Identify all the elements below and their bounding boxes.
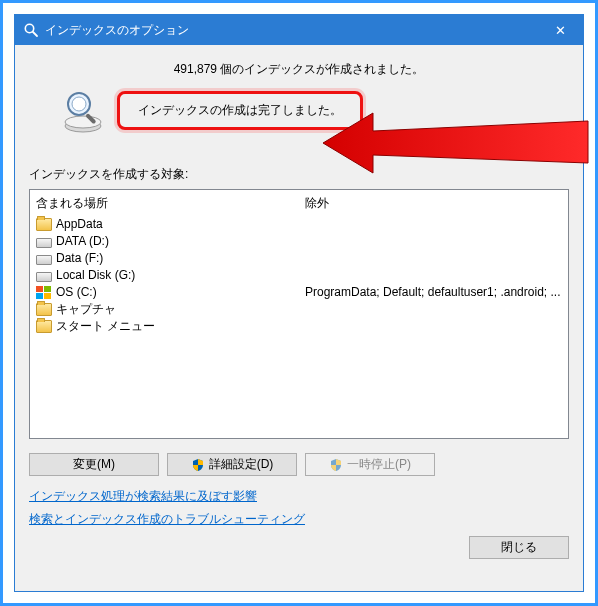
shield-icon	[329, 458, 343, 472]
close-button[interactable]: 閉じる	[469, 536, 569, 559]
drive-icon	[36, 272, 52, 282]
svg-rect-11	[44, 293, 51, 299]
status-row: インデックスの作成は完了しました。	[29, 86, 569, 134]
completion-text: インデックスの作成は完了しました。	[138, 103, 342, 117]
folder-icon	[36, 218, 52, 231]
svg-point-3	[65, 116, 101, 128]
svg-rect-10	[36, 293, 43, 299]
list-item-label: キャプチャ	[56, 301, 116, 318]
locations-listbox[interactable]: 含まれる場所 AppData DATA (D:) Data (F:) Local…	[29, 189, 569, 439]
excluded-cell	[305, 267, 562, 284]
window-title: インデックスのオプション	[45, 22, 538, 39]
svg-line-1	[33, 32, 37, 36]
help-link-impact[interactable]: インデックス処理が検索結果に及ぼす影響	[29, 488, 257, 505]
list-item-label: スタート メニュー	[56, 318, 155, 335]
shield-icon	[191, 458, 205, 472]
svg-rect-8	[36, 286, 43, 292]
list-item-label: OS (C:)	[56, 284, 97, 301]
excluded-cell	[305, 250, 562, 267]
help-link-troubleshoot[interactable]: 検索とインデックス作成のトラブルシューティング	[29, 511, 305, 528]
list-item[interactable]: スタート メニュー	[36, 318, 293, 335]
outer-highlight-frame: インデックスのオプション ✕ 491,879 個のインデックスが作成されました。	[0, 0, 598, 606]
close-icon: ✕	[555, 23, 566, 38]
window-close-button[interactable]: ✕	[538, 15, 583, 45]
list-item[interactable]: キャプチャ	[36, 301, 293, 318]
titlebar: インデックスのオプション ✕	[15, 15, 583, 45]
list-item-label: AppData	[56, 216, 103, 233]
help-link-label: 検索とインデックス作成のトラブルシューティング	[29, 512, 305, 526]
excluded-cell	[305, 216, 562, 233]
list-item-label: DATA (D:)	[56, 233, 109, 250]
list-item-label: Data (F:)	[56, 250, 103, 267]
list-item[interactable]: DATA (D:)	[36, 233, 293, 250]
modify-button[interactable]: 変更(M)	[29, 453, 159, 476]
index-count-text: 491,879 個のインデックスが作成されました。	[29, 55, 569, 82]
svg-point-5	[72, 97, 86, 111]
help-links: インデックス処理が検索結果に及ぼす影響 検索とインデックス作成のトラブルシューテ…	[29, 488, 569, 528]
svg-rect-9	[44, 286, 51, 292]
close-row: 閉じる	[29, 536, 569, 559]
list-section-label: インデックスを作成する対象:	[29, 166, 569, 183]
magnifier-icon	[23, 22, 39, 38]
excluded-cell	[305, 233, 562, 250]
completion-highlight: インデックスの作成は完了しました。	[117, 91, 363, 130]
pause-button: 一時停止(P)	[305, 453, 435, 476]
excluded-cell	[305, 301, 562, 318]
excluded-column: 除外 ProgramData; Default; defaultuser1; .…	[299, 190, 568, 438]
excluded-cell	[305, 318, 562, 335]
excluded-cell: ProgramData; Default; defaultuser1; .and…	[305, 284, 562, 301]
close-button-label: 閉じる	[501, 539, 537, 556]
included-column: 含まれる場所 AppData DATA (D:) Data (F:) Local…	[30, 190, 299, 438]
excluded-header: 除外	[305, 193, 562, 216]
large-search-drive-icon	[59, 86, 107, 134]
help-link-label: インデックス処理が検索結果に及ぼす影響	[29, 489, 257, 503]
list-item[interactable]: Local Disk (G:)	[36, 267, 293, 284]
list-item-label: Local Disk (G:)	[56, 267, 135, 284]
modify-button-label: 変更(M)	[73, 456, 115, 473]
list-item[interactable]: OS (C:)	[36, 284, 293, 301]
drive-icon	[36, 238, 52, 248]
included-header: 含まれる場所	[36, 193, 293, 216]
folder-icon	[36, 303, 52, 316]
dialog-window: インデックスのオプション ✕ 491,879 個のインデックスが作成されました。	[14, 14, 584, 592]
drive-icon	[36, 255, 52, 265]
advanced-button[interactable]: 詳細設定(D)	[167, 453, 297, 476]
pause-button-label: 一時停止(P)	[347, 456, 411, 473]
list-item[interactable]: AppData	[36, 216, 293, 233]
advanced-button-label: 詳細設定(D)	[209, 456, 274, 473]
client-area: 491,879 個のインデックスが作成されました。 インデックスの作成は完了しま…	[15, 45, 583, 591]
button-row: 変更(M) 詳細設定(D)	[29, 453, 569, 476]
windows-drive-icon	[36, 286, 52, 299]
list-item[interactable]: Data (F:)	[36, 250, 293, 267]
folder-icon	[36, 320, 52, 333]
